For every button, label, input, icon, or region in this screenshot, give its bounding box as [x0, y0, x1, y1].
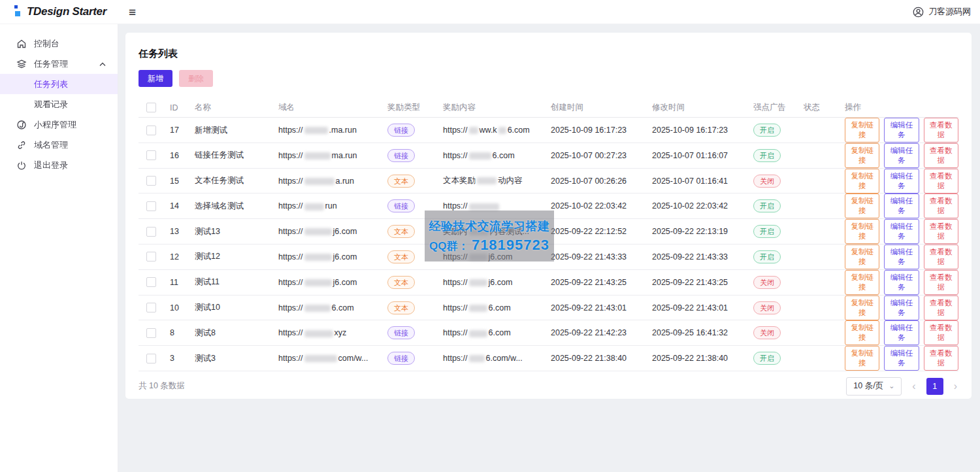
current-page-button[interactable]: 1 — [926, 378, 943, 395]
cell-text: .ma.run — [329, 126, 357, 135]
toggle-knob — [794, 233, 802, 241]
reward-type-badge: 文本 — [387, 276, 415, 289]
view-data-button[interactable]: 查看数据 — [924, 346, 958, 371]
reward-type-badge: 链接 — [387, 124, 415, 137]
cell-id: 16 — [170, 151, 195, 160]
row-checkbox[interactable] — [146, 328, 156, 338]
cell-id: 10 — [170, 303, 195, 312]
copy-link-button[interactable]: 复制链接 — [845, 244, 879, 269]
cell-reward-type: 文本 — [387, 250, 443, 263]
edit-task-button[interactable]: 编辑任务 — [884, 143, 919, 168]
copy-link-button[interactable]: 复制链接 — [845, 143, 879, 168]
view-data-button[interactable]: 查看数据 — [924, 143, 958, 168]
table-row: 12测试12https://j6.com文本https://j6.com2025… — [139, 244, 958, 270]
cell-actions: 复制链接编辑任务查看数据 — [845, 143, 958, 168]
sidebar-item-watch-records[interactable]: 观看记录 — [0, 94, 118, 114]
edit-task-button[interactable]: 编辑任务 — [884, 346, 919, 371]
cell-domain: https://.ma.run — [278, 126, 387, 135]
view-data-button[interactable]: 查看数据 — [924, 169, 958, 194]
edit-task-button[interactable]: 编辑任务 — [884, 244, 919, 269]
cell-text: j6.com — [333, 252, 357, 261]
top-header: TDesign Starter ≡ 刀客源码网 — [0, 0, 980, 24]
row-checkbox[interactable] — [146, 176, 156, 186]
sidebar-item-task-list[interactable]: 任务列表 — [0, 74, 118, 94]
view-data-button[interactable]: 查看数据 — [924, 219, 958, 244]
cell-text: j6.com — [333, 278, 357, 287]
copy-link-button[interactable]: 复制链接 — [845, 118, 879, 143]
copy-link-button[interactable]: 复制链接 — [845, 169, 879, 194]
row-checkbox[interactable] — [146, 227, 156, 237]
user-menu[interactable]: 刀客源码网 — [913, 6, 980, 18]
add-button[interactable]: 新增 — [139, 70, 172, 87]
copy-link-button[interactable]: 复制链接 — [845, 320, 879, 345]
copy-link-button[interactable]: 复制链接 — [845, 219, 879, 244]
select-all-checkbox[interactable] — [146, 103, 156, 112]
cell-name: 测试8 — [195, 328, 278, 339]
redacted-blur — [498, 127, 506, 134]
copy-link-button[interactable]: 复制链接 — [845, 346, 879, 371]
cell-text: 文本奖励 — [443, 176, 476, 185]
redacted-blur — [304, 228, 332, 235]
table-row: 11测试11https://j6.com文本https://j6.com2025… — [139, 270, 958, 295]
table-row: 15文本任务测试https://a.run文本文本奖励动内容2025-10-07… — [139, 169, 958, 194]
sidebar-item-dashboard[interactable]: 控制台 — [0, 33, 118, 54]
page-size-select[interactable]: 10 条/页 ⌄ — [846, 377, 902, 396]
cell-text: ma.run — [332, 151, 357, 160]
edit-task-button[interactable]: 编辑任务 — [884, 118, 919, 143]
col-header-reward-content: 奖励内容 — [443, 102, 551, 113]
sidebar-item-domain-management[interactable]: 域名管理 — [0, 135, 118, 155]
delete-button[interactable]: 删除 — [179, 70, 213, 87]
cell-id: 15 — [170, 177, 195, 186]
cell-modified-time: 2025-10-07 01:16:41 — [652, 177, 753, 186]
copy-link-button[interactable]: 复制链接 — [845, 194, 879, 218]
redacted-blur — [469, 254, 487, 261]
view-data-button[interactable]: 查看数据 — [924, 320, 958, 345]
redacted-blur — [304, 279, 332, 286]
cell-text: 6.com — [332, 303, 354, 312]
cell-text: 6.com — [493, 151, 515, 160]
edit-task-button[interactable]: 编辑任务 — [884, 320, 919, 345]
cell-text: https:// — [278, 278, 303, 287]
row-checkbox[interactable] — [146, 126, 156, 135]
row-checkbox[interactable] — [146, 277, 156, 287]
sidebar-item-logout[interactable]: 退出登录 — [0, 155, 118, 175]
row-checkbox[interactable] — [146, 252, 156, 261]
edit-task-button[interactable]: 编辑任务 — [884, 270, 919, 295]
sidebar-item-label: 域名管理 — [34, 139, 68, 151]
user-name: 刀客源码网 — [928, 6, 971, 18]
edit-task-button[interactable]: 编辑任务 — [884, 169, 919, 194]
row-checkbox[interactable] — [146, 201, 156, 211]
view-data-button[interactable]: 查看数据 — [924, 244, 958, 269]
sidebar-item-label: 任务管理 — [34, 58, 68, 70]
view-data-button[interactable]: 查看数据 — [924, 295, 958, 320]
view-data-button[interactable]: 查看数据 — [924, 118, 958, 143]
row-checkbox[interactable] — [146, 303, 156, 312]
edit-task-button[interactable]: 编辑任务 — [884, 219, 919, 244]
cell-modified-time: 2025-09-22 21:38:40 — [652, 354, 753, 363]
miniapp-icon — [16, 120, 27, 130]
toggle-knob — [794, 131, 802, 140]
cell-reward-type: 链接 — [387, 326, 443, 339]
sidebar-item-miniapp-management[interactable]: 小程序管理 — [0, 114, 118, 135]
next-page-button[interactable]: › — [953, 380, 958, 392]
copy-link-button[interactable]: 复制链接 — [845, 270, 879, 295]
copy-link-button[interactable]: 复制链接 — [845, 295, 879, 320]
edit-task-button[interactable]: 编辑任务 — [884, 295, 919, 320]
prev-page-button[interactable]: ‹ — [911, 380, 917, 392]
cell-text: xyz — [335, 328, 347, 337]
task-table: ID 名称 域名 奖励类型 奖励内容 创建时间 修改时间 强点广告 状态 操作 … — [139, 98, 958, 371]
view-data-button[interactable]: 查看数据 — [924, 194, 958, 218]
cell-id: 3 — [170, 354, 195, 363]
edit-task-button[interactable]: 编辑任务 — [884, 194, 919, 218]
row-checkbox[interactable] — [146, 354, 156, 363]
sidebar-item-task-management[interactable]: 任务管理 — [0, 54, 118, 74]
hamburger-menu-icon[interactable]: ≡ — [126, 5, 139, 20]
view-data-button[interactable]: 查看数据 — [924, 270, 958, 295]
row-checkbox[interactable] — [146, 150, 156, 160]
cell-text: https:// — [443, 126, 468, 135]
cell-text: https:// — [278, 252, 303, 261]
redacted-blur — [469, 330, 487, 337]
cell-modified-time: 2025-09-22 21:43:01 — [652, 303, 753, 312]
redacted-blur — [469, 305, 487, 312]
cell-name: 新增测试 — [195, 125, 278, 136]
